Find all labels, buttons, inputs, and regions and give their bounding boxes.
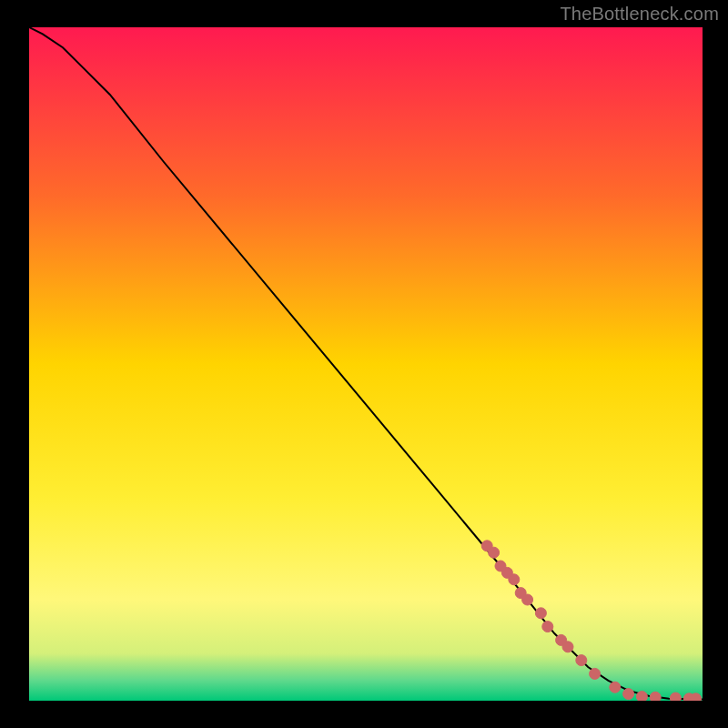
data-point [509,574,520,585]
chart-frame: TheBottleneck.com [0,0,728,728]
data-point [562,642,573,652]
data-point [576,655,587,666]
gradient-background [29,27,703,701]
data-point [650,692,661,701]
attribution-label: TheBottleneck.com [560,4,719,25]
data-point [636,692,647,701]
data-point [542,622,553,632]
data-point [670,693,681,701]
data-point [623,689,634,700]
chart-svg [29,27,703,701]
data-point [535,608,546,619]
data-point [489,547,500,558]
data-point [522,594,533,605]
data-point [691,693,702,701]
data-point [590,668,601,679]
plot-area [29,27,703,701]
data-point [610,682,621,693]
